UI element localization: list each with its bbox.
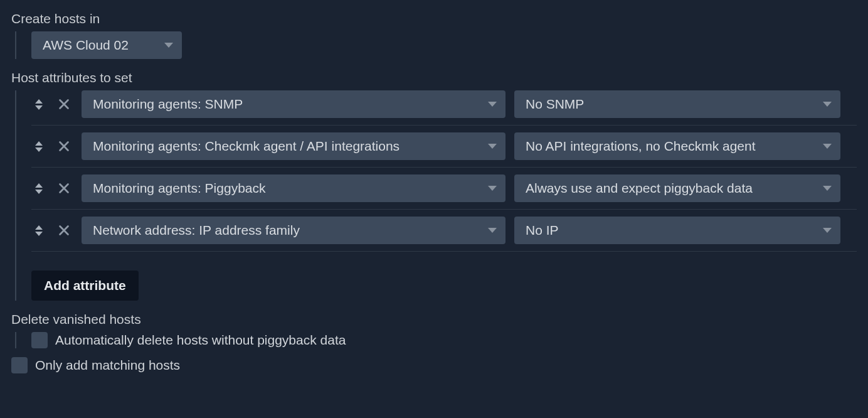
chevron-down-icon bbox=[35, 190, 43, 194]
attribute-row: Monitoring agents: Piggyback Always use … bbox=[31, 168, 857, 210]
attribute-name-dropdown[interactable]: Monitoring agents: Checkmk agent / API i… bbox=[82, 132, 505, 160]
attribute-value-dropdown[interactable]: No SNMP bbox=[514, 90, 840, 118]
chevron-up-icon bbox=[35, 183, 43, 188]
reorder-handle[interactable] bbox=[31, 99, 46, 110]
attribute-name-value: Network address: IP address family bbox=[93, 223, 300, 238]
chevron-down-icon bbox=[823, 102, 832, 107]
attribute-name-dropdown[interactable]: Monitoring agents: SNMP bbox=[82, 90, 505, 118]
chevron-down-icon bbox=[823, 144, 832, 149]
attribute-row: Monitoring agents: Checkmk agent / API i… bbox=[31, 126, 857, 168]
create-hosts-label: Create hosts in bbox=[11, 11, 857, 26]
add-attribute-button[interactable]: Add attribute bbox=[31, 271, 139, 301]
attribute-value-value: No SNMP bbox=[526, 97, 584, 112]
chevron-down-icon bbox=[823, 228, 832, 233]
remove-attribute-button[interactable] bbox=[55, 137, 73, 155]
chevron-down-icon bbox=[35, 147, 43, 152]
create-hosts-folder-value: AWS Cloud 02 bbox=[43, 38, 129, 53]
chevron-up-icon bbox=[35, 141, 43, 146]
auto-delete-checkbox[interactable] bbox=[31, 332, 48, 348]
close-icon bbox=[57, 181, 71, 195]
host-attributes-label: Host attributes to set bbox=[11, 70, 857, 85]
remove-attribute-button[interactable] bbox=[55, 180, 73, 197]
attribute-value-dropdown[interactable]: Always use and expect piggyback data bbox=[514, 174, 840, 202]
attribute-row: Monitoring agents: SNMP No SNMP bbox=[31, 90, 857, 126]
close-icon bbox=[57, 97, 71, 111]
only-matching-checkbox[interactable] bbox=[11, 357, 28, 373]
only-matching-label: Only add matching hosts bbox=[35, 358, 180, 373]
reorder-handle[interactable] bbox=[31, 225, 46, 236]
reorder-handle[interactable] bbox=[31, 183, 46, 194]
chevron-down-icon bbox=[488, 228, 497, 233]
chevron-up-icon bbox=[35, 225, 43, 230]
delete-vanished-label: Delete vanished hosts bbox=[11, 312, 857, 327]
attribute-name-value: Monitoring agents: Piggyback bbox=[93, 181, 266, 196]
create-hosts-folder-dropdown[interactable]: AWS Cloud 02 bbox=[31, 31, 182, 59]
chevron-down-icon bbox=[823, 186, 832, 191]
attribute-row: Network address: IP address family No IP bbox=[31, 210, 857, 252]
attribute-name-dropdown[interactable]: Monitoring agents: Piggyback bbox=[82, 174, 505, 202]
attribute-value-dropdown[interactable]: No API integrations, no Checkmk agent bbox=[514, 132, 840, 160]
attribute-value-value: Always use and expect piggyback data bbox=[526, 181, 753, 196]
chevron-down-icon bbox=[488, 186, 497, 191]
remove-attribute-button[interactable] bbox=[55, 95, 73, 113]
attribute-name-dropdown[interactable]: Network address: IP address family bbox=[82, 217, 505, 244]
attribute-value-dropdown[interactable]: No IP bbox=[514, 217, 840, 244]
chevron-down-icon bbox=[488, 144, 497, 149]
auto-delete-label: Automatically delete hosts without piggy… bbox=[55, 333, 346, 348]
remove-attribute-button[interactable] bbox=[55, 222, 73, 239]
chevron-down-icon bbox=[164, 43, 173, 48]
attribute-name-value: Monitoring agents: Checkmk agent / API i… bbox=[93, 139, 400, 154]
attribute-value-value: No API integrations, no Checkmk agent bbox=[526, 139, 756, 154]
attribute-name-value: Monitoring agents: SNMP bbox=[93, 97, 243, 112]
chevron-down-icon bbox=[35, 105, 43, 110]
close-icon bbox=[57, 139, 71, 153]
attribute-value-value: No IP bbox=[526, 223, 559, 238]
reorder-handle[interactable] bbox=[31, 141, 46, 152]
chevron-down-icon bbox=[488, 102, 497, 107]
chevron-up-icon bbox=[35, 99, 43, 104]
close-icon bbox=[57, 223, 71, 237]
chevron-down-icon bbox=[35, 232, 43, 236]
